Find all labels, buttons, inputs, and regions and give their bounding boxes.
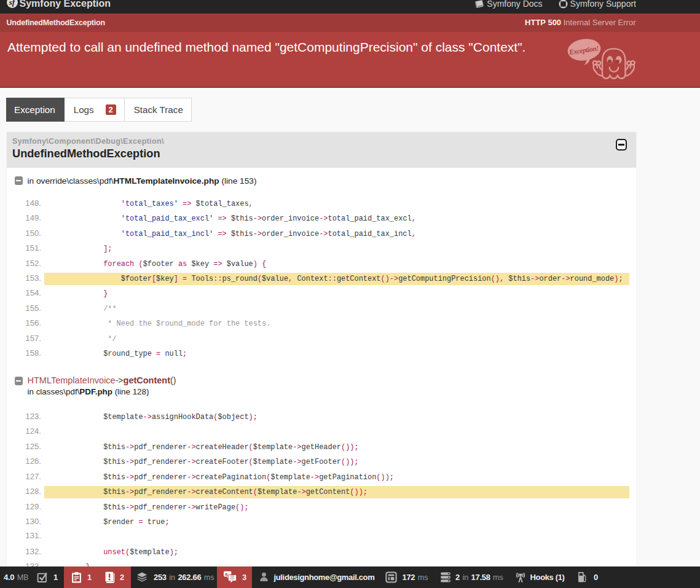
- svg-text:a: a: [225, 571, 228, 576]
- svg-text:示: 示: [230, 574, 235, 576]
